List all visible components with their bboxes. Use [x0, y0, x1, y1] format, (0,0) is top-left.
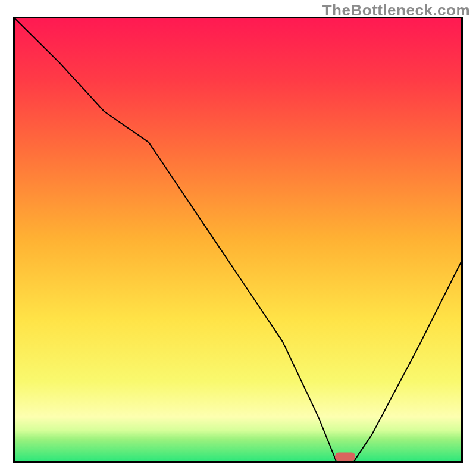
chart-svg	[15, 18, 461, 461]
watermark-text: TheBottleneck.com	[322, 1, 470, 20]
chart-stage: TheBottleneck.com	[0, 0, 476, 476]
chart-frame	[13, 17, 463, 463]
gradient-background	[15, 18, 461, 461]
optimal-point-marker	[335, 453, 355, 461]
